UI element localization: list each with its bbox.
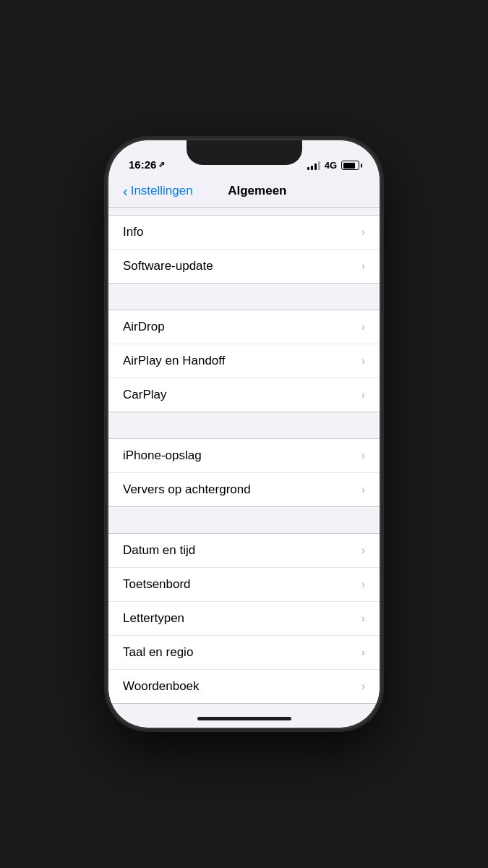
chevron-right-icon: › <box>361 449 365 462</box>
woordenboek-right: › <box>361 680 365 693</box>
lettertypen-right: › <box>361 612 365 625</box>
signal-bar-2 <box>311 166 313 170</box>
chevron-right-icon: › <box>361 260 365 273</box>
battery-icon <box>341 161 359 170</box>
airplay-handoff-label: AirPlay en Handoff <box>123 354 225 368</box>
list-item[interactable]: Toetsenbord › <box>108 568 380 602</box>
signal-bar-3 <box>314 163 317 170</box>
carplay-label: CarPlay <box>123 388 166 402</box>
settings-group-1: Info › Software-update › <box>108 215 380 284</box>
back-chevron-icon: ‹ <box>123 184 128 198</box>
software-update-right: › <box>361 260 365 273</box>
signal-bars <box>307 161 320 170</box>
list-item[interactable]: Woordenboek › <box>108 670 380 703</box>
iphone-opslag-right: › <box>361 449 365 462</box>
chevron-right-icon: › <box>361 226 365 239</box>
toetsenbord-right: › <box>361 578 365 591</box>
taal-regio-label: Taal en regio <box>123 645 193 660</box>
signal-bar-1 <box>307 167 309 170</box>
ververs-achtergrond-label: Ververs op achtergrond <box>123 482 251 497</box>
notch <box>187 140 302 165</box>
airdrop-right: › <box>361 320 365 333</box>
chevron-right-icon: › <box>361 578 365 591</box>
chevron-right-icon: › <box>361 320 365 333</box>
time-display: 16:26 <box>129 158 156 171</box>
airplay-right: › <box>361 354 365 367</box>
signal-bar-4 <box>318 161 320 170</box>
chevron-right-icon: › <box>361 680 365 693</box>
list-item[interactable]: iPhone-opslag › <box>108 439 380 473</box>
chevron-right-icon: › <box>361 646 365 659</box>
gap-3 <box>108 507 380 533</box>
network-type: 4G <box>325 160 337 171</box>
gap-top <box>108 208 380 215</box>
airdrop-label: AirDrop <box>123 320 165 334</box>
list-item[interactable]: AirDrop › <box>108 310 380 344</box>
screen: 16:26 ⇗ 4G ‹ <box>108 140 380 728</box>
gap-2 <box>108 412 380 438</box>
home-indicator <box>197 717 291 720</box>
datum-right: › <box>361 544 365 557</box>
iphone-opslag-label: iPhone-opslag <box>123 448 202 463</box>
battery-fill <box>343 163 355 169</box>
toetsenbord-label: Toetsenbord <box>123 577 191 592</box>
lettertypen-label: Lettertypen <box>123 611 184 626</box>
taal-right: › <box>361 646 365 659</box>
info-label: Info <box>123 225 143 239</box>
chevron-right-icon: › <box>361 612 365 625</box>
woordenboek-label: Woordenboek <box>123 679 200 694</box>
settings-group-4: Datum en tijd › Toetsenbord › Lettertype… <box>108 533 380 704</box>
gap-4 <box>108 704 380 718</box>
list-item[interactable]: Software-update › <box>108 250 380 283</box>
list-item[interactable]: Ververs op achtergrond › <box>108 473 380 506</box>
settings-group-3: iPhone-opslag › Ververs op achtergrond › <box>108 438 380 507</box>
list-item[interactable]: AirPlay en Handoff › <box>108 344 380 378</box>
status-time: 16:26 ⇗ <box>129 158 165 171</box>
ververs-right: › <box>361 483 365 496</box>
list-item[interactable]: Info › <box>108 216 380 250</box>
settings-group-2: AirDrop › AirPlay en Handoff › CarPlay <box>108 310 380 412</box>
gap-1 <box>108 284 380 310</box>
location-icon: ⇗ <box>158 160 165 169</box>
datum-tijd-label: Datum en tijd <box>123 543 195 558</box>
chevron-right-icon: › <box>361 388 365 401</box>
status-icons: 4G <box>307 160 359 171</box>
chevron-right-icon: › <box>361 544 365 557</box>
list-item[interactable]: Taal en regio › <box>108 636 380 670</box>
list-item[interactable]: CarPlay › <box>108 378 380 412</box>
battery <box>341 161 359 170</box>
software-update-label: Software-update <box>123 259 213 273</box>
nav-bar: ‹ Instellingen Algemeen <box>108 176 380 208</box>
page-title: Algemeen <box>150 184 365 198</box>
chevron-right-icon: › <box>361 354 365 367</box>
carplay-right: › <box>361 388 365 401</box>
phone-frame: 16:26 ⇗ 4G ‹ <box>108 140 380 728</box>
settings-content: Info › Software-update › <box>108 208 380 718</box>
list-item[interactable]: Lettertypen › <box>108 602 380 636</box>
info-right: › <box>361 226 365 239</box>
list-item[interactable]: Datum en tijd › <box>108 534 380 568</box>
chevron-right-icon: › <box>361 483 365 496</box>
